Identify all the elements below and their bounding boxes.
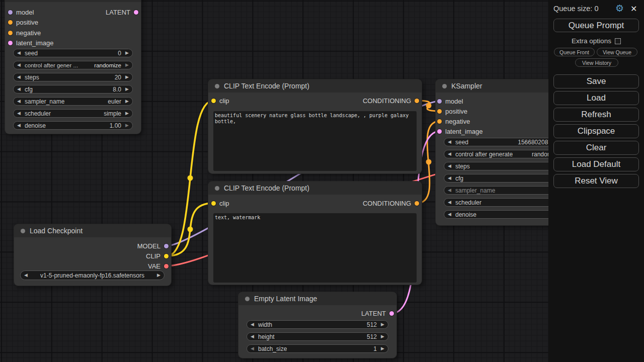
output-port-conditioning[interactable]: CONDITIONING: [363, 97, 419, 104]
input-port-negative[interactable]: negative: [8, 29, 41, 36]
clip-port-icon[interactable]: [164, 254, 169, 258]
output-port-latent[interactable]: LATENT: [361, 310, 394, 317]
input-port-positive[interactable]: positive: [437, 108, 467, 115]
model-port-icon[interactable]: [437, 99, 442, 104]
queue-front-button[interactable]: Queue Front: [554, 48, 595, 56]
collapse-dot-icon[interactable]: [215, 186, 219, 191]
output-port-model[interactable]: MODEL: [137, 242, 169, 249]
latent-port-icon[interactable]: [134, 10, 138, 15]
conditioning-port-icon[interactable]: [437, 119, 442, 124]
decrement-arrow-icon[interactable]: ◀: [17, 61, 22, 69]
clear-button[interactable]: Clear: [553, 141, 639, 155]
widget-batch-size[interactable]: ◀batch_size1▶: [247, 344, 388, 353]
widget-steps[interactable]: ◀steps20▶: [13, 73, 133, 81]
node-clip-text-encode-negative[interactable]: CLIP Text Encode (Prompt) clip CONDITION…: [208, 182, 422, 285]
view-queue-button[interactable]: View Queue: [597, 48, 637, 56]
latent-port-icon[interactable]: [8, 41, 13, 45]
decrement-arrow-icon[interactable]: ◀: [448, 138, 453, 146]
clip-port-icon[interactable]: [211, 201, 216, 206]
prev-arrow-icon[interactable]: ◀: [448, 186, 453, 195]
increment-arrow-icon[interactable]: ▶: [379, 320, 384, 329]
widget-height[interactable]: ◀height512▶: [247, 332, 388, 341]
node-graph-canvas[interactable]: model positive negative latent_image LAT…: [0, 0, 644, 362]
close-icon[interactable]: ✕: [630, 4, 637, 14]
increment-arrow-icon[interactable]: ▶: [379, 332, 384, 341]
node-empty-latent-image[interactable]: Empty Latent Image LATENT ◀width512▶ ◀he…: [238, 292, 396, 358]
reset-view-button[interactable]: Reset View: [553, 174, 639, 188]
extra-options-checkbox[interactable]: [615, 38, 621, 44]
input-port-model[interactable]: model: [8, 9, 34, 16]
collapse-dot-icon[interactable]: [215, 84, 219, 88]
output-port-conditioning[interactable]: CONDITIONING: [363, 200, 419, 207]
model-port-icon[interactable]: [8, 10, 13, 15]
vae-port-icon[interactable]: [164, 264, 169, 268]
view-history-button[interactable]: View History: [575, 58, 618, 67]
node-title-bar[interactable]: Empty Latent Image: [238, 292, 396, 305]
prompt-textarea[interactable]: beautiful scenery nature glass bottle la…: [213, 111, 417, 171]
decrement-arrow-icon[interactable]: ◀: [17, 97, 22, 106]
input-port-model[interactable]: model: [437, 98, 463, 105]
decrement-arrow-icon[interactable]: ◀: [17, 73, 22, 81]
latent-port-icon[interactable]: [389, 311, 394, 316]
widget-seed[interactable]: ◀seed0▶: [13, 49, 133, 57]
decrement-arrow-icon[interactable]: ◀: [17, 109, 22, 118]
node-clip-text-encode-positive[interactable]: CLIP Text Encode (Prompt) clip CONDITION…: [208, 79, 422, 173]
queue-prompt-button[interactable]: Queue Prompt: [553, 19, 639, 32]
latent-port-icon[interactable]: [437, 129, 442, 134]
decrement-arrow-icon[interactable]: ◀: [251, 320, 256, 329]
decrement-arrow-icon[interactable]: ◀: [448, 174, 453, 183]
clipspace-button[interactable]: Clipspace: [553, 124, 639, 138]
decrement-arrow-icon[interactable]: ◀: [17, 85, 22, 94]
clip-port-icon[interactable]: [211, 99, 216, 103]
decrement-arrow-icon[interactable]: ◀: [448, 162, 453, 170]
increment-arrow-icon[interactable]: ▶: [124, 97, 129, 106]
conditioning-port-icon[interactable]: [415, 201, 419, 206]
widget-cfg[interactable]: ◀cfg8.0▶: [13, 85, 133, 94]
output-port-latent[interactable]: LATENT: [106, 9, 138, 16]
conditioning-port-icon[interactable]: [415, 99, 419, 103]
increment-arrow-icon[interactable]: ▶: [124, 121, 129, 130]
save-button[interactable]: Save: [553, 74, 639, 88]
widget-sampler-name[interactable]: ◀sampler_nameeuler▶: [13, 97, 133, 106]
node-title-bar[interactable]: CLIP Text Encode (Prompt): [208, 182, 422, 195]
increment-arrow-icon[interactable]: ▶: [124, 73, 129, 81]
input-port-latent-image[interactable]: latent_image: [437, 128, 482, 135]
load-default-button[interactable]: Load Default: [553, 157, 639, 171]
input-port-clip[interactable]: clip: [211, 200, 229, 207]
load-button[interactable]: Load: [553, 91, 639, 105]
decrement-arrow-icon[interactable]: ◀: [17, 49, 22, 57]
collapse-dot-icon[interactable]: [442, 84, 447, 88]
widget-scheduler[interactable]: ◀schedulersimple▶: [13, 109, 133, 118]
widget-denoise[interactable]: ◀denoise1.00▶: [13, 121, 133, 130]
increment-arrow-icon[interactable]: ▶: [124, 109, 129, 118]
widget-ckpt-name[interactable]: ◀v1-5-pruned-emaonly-fp16.safetensors▶: [20, 270, 165, 280]
input-port-latent-image[interactable]: latent_image: [8, 39, 53, 46]
increment-arrow-icon[interactable]: ▶: [379, 344, 384, 353]
input-port-clip[interactable]: clip: [211, 97, 229, 104]
increment-arrow-icon[interactable]: ▶: [124, 49, 129, 57]
collapse-dot-icon[interactable]: [21, 229, 25, 233]
prev-arrow-icon[interactable]: ◀: [24, 271, 29, 280]
settings-gear-icon[interactable]: ⚙: [615, 3, 624, 14]
conditioning-port-icon[interactable]: [437, 109, 442, 114]
input-port-negative[interactable]: negative: [437, 118, 470, 125]
input-port-positive[interactable]: positive: [8, 19, 38, 26]
collapse-dot-icon[interactable]: [245, 297, 250, 301]
refresh-button[interactable]: Refresh: [553, 108, 639, 122]
decrement-arrow-icon[interactable]: ◀: [251, 344, 256, 353]
conditioning-port-icon[interactable]: [8, 20, 13, 25]
decrement-arrow-icon[interactable]: ◀: [448, 210, 453, 219]
model-port-icon[interactable]: [164, 244, 169, 248]
output-port-clip[interactable]: CLIP: [146, 252, 169, 259]
widget-control-after-generate[interactable]: ◀control after gener ...randomize▶: [13, 61, 133, 69]
output-port-vae[interactable]: VAE: [148, 262, 169, 269]
decrement-arrow-icon[interactable]: ◀: [17, 121, 22, 130]
node-title-bar[interactable]: Load Checkpoint: [14, 224, 171, 237]
node-ksampler-left[interactable]: model positive negative latent_image LAT…: [5, 0, 141, 134]
node-load-checkpoint[interactable]: Load Checkpoint MODEL CLIP VAE ◀v1-5-pru…: [14, 224, 171, 286]
decrement-arrow-icon[interactable]: ◀: [448, 150, 453, 158]
prev-arrow-icon[interactable]: ◀: [448, 198, 453, 207]
decrement-arrow-icon[interactable]: ◀: [251, 332, 256, 341]
conditioning-port-icon[interactable]: [8, 31, 13, 35]
increment-arrow-icon[interactable]: ▶: [124, 61, 129, 69]
